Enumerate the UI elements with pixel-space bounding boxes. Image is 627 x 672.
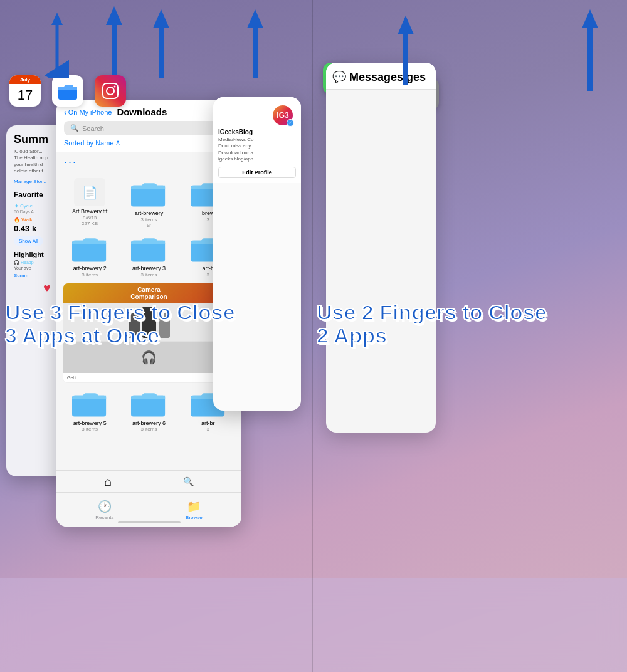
search-placeholder: Search [82, 125, 104, 132]
svg-marker-17 [153, 9, 169, 28]
file-meta: 3 items [141, 272, 157, 278]
svg-marker-23 [582, 9, 598, 28]
file-name: art-br [201, 420, 215, 427]
folder-icon [131, 388, 166, 418]
messages-bg-header: 💬 Messages ges [326, 63, 436, 90]
svg-rect-20 [403, 31, 408, 85]
ig-avatar: iG3 ✓ [273, 105, 293, 125]
home-indicator [118, 521, 181, 523]
panel-divider [312, 0, 314, 672]
file-name: art-brewery 6 [132, 420, 166, 427]
folder-icon [72, 233, 107, 263]
iphone-bottom-bar: ⌂ 🔍 [56, 470, 241, 492]
file-name: brew [202, 210, 214, 217]
arrow-2-svg [102, 3, 126, 78]
svg-marker-21 [398, 16, 414, 34]
file-meta: 3 [207, 217, 209, 223]
left-panel: Summ iCloud Stor...The Health appyour he… [0, 0, 314, 672]
svg-point-11 [114, 86, 116, 88]
file-item[interactable]: 📄 Art Brewery.ttf 9/6/13 227 KB [63, 178, 117, 228]
right-text-overlay: Use 2 Fingers to Close2 Apps [317, 301, 547, 348]
ig-username: iGeeksBlog [218, 129, 296, 135]
folder-icon [131, 233, 166, 263]
ad-label: Get i [63, 373, 234, 382]
files-grid-row3: art-brewery 5 3 items art-brewery 6 3 it… [63, 388, 235, 433]
file-meta: 3 items [82, 272, 98, 278]
files-sort-btn[interactable]: Sorted by Name ∧ [64, 139, 234, 147]
arrow-1 [45, 9, 69, 81]
right-instruction-text: Use 2 Fingers to Close2 Apps [317, 301, 547, 348]
arrow-3 [149, 6, 173, 84]
file-item[interactable]: art-brewery 5 3 items [63, 388, 117, 433]
svg-rect-18 [253, 25, 258, 78]
ig-verified-badge: ✓ [287, 119, 294, 127]
home-btn[interactable]: ⌂ [104, 475, 112, 489]
file-meta: 3 [207, 426, 209, 432]
arrow-4 [243, 6, 267, 84]
files-folder-title: Downloads [117, 107, 167, 117]
svg-point-10 [107, 87, 114, 95]
files-back-btn[interactable]: ‹ On My iPhone [64, 107, 112, 117]
edit-profile-btn[interactable]: Edit Profile [218, 167, 296, 178]
svg-rect-22 [587, 25, 593, 91]
files-nav: ‹ On My iPhone Downloads [64, 107, 234, 117]
file-name: art-brewery 5 [73, 420, 107, 427]
calendar-app-icon[interactable]: July 17 [9, 75, 41, 107]
folder-icon [72, 388, 107, 418]
arrow-5-svg [394, 13, 418, 88]
file-doc-icon: 📄 [74, 178, 105, 206]
file-meta: 9/6/13 [83, 215, 97, 221]
arrow-3-svg [149, 6, 173, 81]
arrow-5 [394, 13, 418, 90]
svg-rect-16 [159, 25, 164, 78]
file-name: art-brewery 3 [132, 265, 166, 272]
file-date: 9/ [147, 223, 151, 228]
arrow-4-svg [243, 6, 267, 81]
left-instruction-text: Use 3 Fingers to Close3 Apps at Once [5, 301, 235, 348]
file-meta: 3 [207, 272, 209, 278]
files-grid-row1: 📄 Art Brewery.ttf 9/6/13 227 KB art-brew… [63, 178, 235, 228]
calendar-day-number: 17 [9, 84, 41, 107]
files-icon [58, 81, 78, 101]
file-name: art-brewery 2 [73, 265, 107, 272]
file-name: art-b [203, 265, 214, 272]
show-all-btn[interactable]: Show All [14, 236, 43, 246]
folder-icon [131, 178, 166, 208]
browse-icon: 📁 [187, 500, 201, 513]
file-name: Art Brewery.ttf [72, 208, 107, 215]
file-name: art-brewery [135, 210, 164, 217]
recents-icon: 🕐 [98, 500, 112, 513]
ig-header: iG3 ✓ iGeeksBlog Media/News CoDon't miss… [213, 97, 301, 183]
arrow-2 [102, 3, 126, 81]
calendar-icon-header: July [9, 75, 41, 84]
messages-bg-card[interactable]: 💬 Messages ges [326, 63, 436, 433]
ig-description: Media/News CoDon't miss anyDownload our … [218, 137, 296, 163]
ig-avatar-text: iG3 [277, 111, 288, 120]
instagram-icon [102, 82, 119, 100]
file-item[interactable]: art-brewery 3 3 items [122, 233, 176, 278]
file-size: 227 KB [82, 221, 98, 226]
file-meta: 3 items [141, 426, 157, 432]
sort-chevron-icon: ∧ [115, 139, 120, 147]
instagram-app-card[interactable]: iG3 ✓ iGeeksBlog Media/News CoDon't miss… [213, 97, 301, 411]
search-btn[interactable]: 🔍 [183, 476, 194, 486]
left-text-overlay: Use 3 Fingers to Close3 Apps at Once [5, 301, 235, 348]
file-meta: 3 items [141, 217, 157, 223]
svg-marker-13 [51, 13, 63, 25]
arrow-6 [578, 6, 602, 97]
svg-rect-9 [103, 83, 118, 98]
files-grid-row2: art-brewery 2 3 items art-brewery 3 3 it… [63, 233, 235, 278]
tab-browse[interactable]: 📁 Browse [186, 500, 203, 520]
files-search-bar[interactable]: 🔍 Search [64, 121, 234, 135]
svg-rect-14 [112, 22, 117, 75]
file-item[interactable]: art-brewery 3 items 9/ [122, 178, 176, 228]
svg-marker-15 [106, 6, 122, 25]
svg-marker-19 [247, 9, 263, 28]
file-item[interactable]: art-brewery 2 3 items [63, 233, 117, 278]
tab-recents[interactable]: 🕐 Recents [95, 500, 113, 520]
recents-label: Recents [95, 515, 113, 520]
browse-label: Browse [186, 515, 203, 520]
file-item[interactable]: art-brewery 6 3 items [122, 388, 176, 433]
arrow-1-svg [45, 9, 69, 78]
more-options-icon[interactable]: ··· [64, 155, 77, 169]
